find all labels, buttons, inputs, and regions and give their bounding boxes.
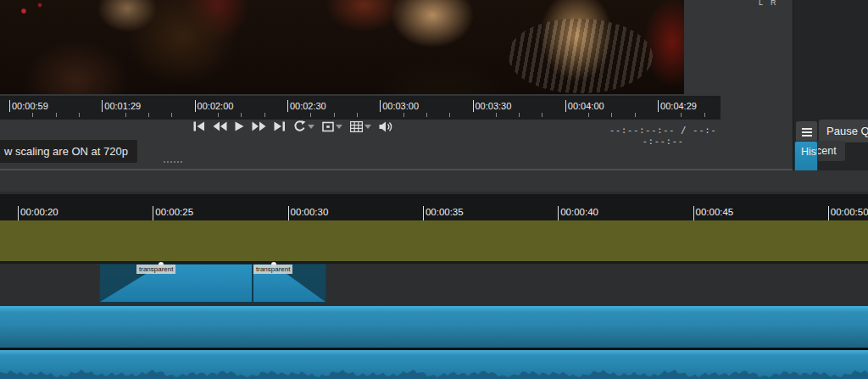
ruler-minor-tick <box>635 113 636 117</box>
ruler-label: 00:00:30 <box>291 207 329 217</box>
striped-shirt-shape <box>509 19 653 93</box>
loop-icon <box>293 120 306 132</box>
transport-controls <box>193 120 393 132</box>
audio-meter-labels: L R <box>759 0 776 7</box>
ruler-minor-tick <box>681 113 682 117</box>
ruler-minor-tick <box>310 113 311 117</box>
volume-button[interactable] <box>379 121 393 132</box>
ruler-label: 00:00:20 <box>20 207 58 217</box>
ruler-tick <box>558 206 559 220</box>
fast-forward-icon <box>252 121 266 131</box>
video-preview[interactable] <box>0 0 684 94</box>
play-button[interactable] <box>235 121 244 131</box>
jobs-panel: Pause Que Recent Histo <box>793 0 868 192</box>
ruler-tick <box>287 100 288 112</box>
ruler-tick <box>195 100 196 112</box>
ruler-label: 00:02:30 <box>290 101 326 111</box>
ruler-tick <box>828 206 829 220</box>
status-tooltip: w scaling are ON at 720p <box>0 140 137 163</box>
ruler-minor-tick <box>56 113 57 117</box>
track-olive[interactable] <box>0 220 868 261</box>
rewind-button[interactable] <box>213 121 227 131</box>
ruler-minor-tick <box>611 113 612 117</box>
splitter-grip[interactable] <box>164 161 182 163</box>
ruler-tick <box>693 206 694 220</box>
rewind-icon <box>213 121 227 131</box>
ruler-label: 00:00:45 <box>696 207 734 217</box>
clip-transparent-2[interactable]: transparent <box>253 264 326 303</box>
audio-track-2[interactable] <box>0 350 868 379</box>
zoom-fit-icon <box>322 121 334 132</box>
meter-left-label: L <box>759 0 763 7</box>
pause-queue-button[interactable]: Pause Que <box>819 120 868 142</box>
ruler-tick <box>423 206 424 220</box>
ruler-tick <box>18 206 19 220</box>
ruler-label: 00:01:29 <box>104 101 141 111</box>
play-icon <box>235 121 244 131</box>
ruler-label: 00:03:00 <box>382 101 419 111</box>
ruler-tick <box>658 100 659 112</box>
fast-forward-button[interactable] <box>252 121 266 131</box>
timeline-panel-background <box>0 170 868 193</box>
ruler-minor-tick <box>403 113 404 117</box>
ruler-minor-tick <box>588 113 589 117</box>
ruler-minor-tick <box>334 113 335 117</box>
meter-right-label: R <box>771 0 776 7</box>
ruler-tick <box>473 100 474 112</box>
ruler-label: 00:04:00 <box>568 101 604 111</box>
chevron-down-icon <box>364 125 371 129</box>
ruler-tick <box>153 206 153 220</box>
ruler-minor-tick <box>218 113 219 117</box>
chevron-down-icon <box>308 125 314 129</box>
ruler-label: 00:02:00 <box>198 101 234 111</box>
clip-transparent-1[interactable]: transparent <box>99 264 253 303</box>
ruler-minor-tick <box>241 113 242 117</box>
volume-icon <box>379 121 393 132</box>
ruler-tick <box>9 100 10 112</box>
timeline-ruler[interactable]: 00:00:2000:00:2500:00:3000:00:3500:00:40… <box>0 194 868 220</box>
ruler-minor-tick <box>264 113 265 117</box>
ruler-label: 00:03:30 <box>476 101 512 111</box>
zoom-fit-button[interactable] <box>322 121 342 132</box>
player-ruler[interactable]: 00:00:5900:01:2900:02:0000:02:3000:03:00… <box>0 96 721 120</box>
app-window: L R 00:00:5900:01:2900:02:0000:02:3000:0… <box>0 0 868 379</box>
ruler-minor-tick <box>148 113 149 117</box>
grid-icon <box>350 121 363 132</box>
ruler-minor-tick <box>32 113 33 117</box>
ruler-minor-tick <box>79 113 80 117</box>
ruler-tick <box>102 100 103 112</box>
ruler-label: 00:00:59 <box>12 101 48 111</box>
skip-to-end-button[interactable] <box>274 121 286 131</box>
ruler-minor-tick <box>496 113 497 117</box>
audio-waveform <box>0 367 868 379</box>
skip-to-start-icon <box>193 121 205 131</box>
jobs-tabs: Recent Histo <box>794 141 845 161</box>
ruler-label: 00:00:40 <box>560 207 598 217</box>
ruler-minor-tick <box>704 113 705 117</box>
ruler-minor-tick <box>542 113 542 117</box>
ruler-tick <box>380 100 381 112</box>
ruler-minor-tick <box>519 113 520 117</box>
ruler-tick <box>565 100 566 112</box>
fade-in-triangle <box>100 265 252 302</box>
jobs-menu-button[interactable] <box>796 121 817 142</box>
ruler-tick <box>288 206 289 220</box>
skip-to-start-button[interactable] <box>193 121 205 131</box>
ruler-minor-tick <box>426 113 427 117</box>
clip-label: transparent <box>136 265 175 274</box>
ruler-minor-tick <box>449 113 450 117</box>
ruler-minor-tick <box>357 113 358 117</box>
ruler-minor-tick <box>125 113 126 117</box>
skip-to-end-icon <box>274 121 286 131</box>
loop-button[interactable] <box>293 120 314 132</box>
chevron-down-icon <box>336 125 342 129</box>
clip-label: transparent <box>253 265 292 274</box>
ruler-minor-tick <box>171 113 172 117</box>
timecode-display: --:--:--:-- / --:--:--:-- <box>604 125 722 147</box>
ruler-label: 00:00:25 <box>155 207 193 217</box>
track-video-clips[interactable]: transparent transparent <box>0 264 868 306</box>
grid-button[interactable] <box>350 121 371 132</box>
audio-track-1[interactable] <box>0 306 868 348</box>
ruler-label: 00:00:50 <box>831 207 868 217</box>
hamburger-menu-icon <box>802 128 812 130</box>
